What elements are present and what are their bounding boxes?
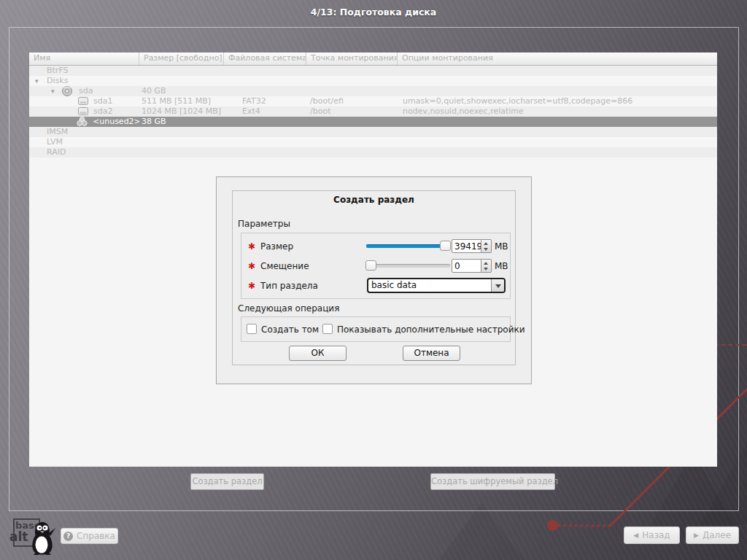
row-label: sda2 xyxy=(29,106,112,117)
column-header-mountoptions: Опции монтирования xyxy=(398,52,717,65)
offset-slider-handle[interactable] xyxy=(365,260,376,271)
next-operation-section-label: Следующая операция xyxy=(238,303,339,314)
required-asterisk: ✱ xyxy=(248,261,255,271)
size-slider-handle[interactable] xyxy=(440,241,451,251)
params-groupbox: ✱ Размер MB ✱ Смещение xyxy=(241,233,511,299)
partition-type-value: basic data xyxy=(371,280,417,290)
decor-red-dotted-line xyxy=(557,524,611,527)
expander-icon[interactable]: ▾ xyxy=(51,86,55,96)
next-operation-groupbox: Создать том Показывать дополнительные на… xyxy=(241,316,511,342)
offset-input[interactable] xyxy=(452,259,481,273)
create-volume-label: Создать том xyxy=(261,324,319,335)
question-icon: ? xyxy=(63,532,73,541)
size-slider-track[interactable] xyxy=(366,244,450,248)
next-button[interactable]: ▶ Далее xyxy=(686,526,739,544)
forward-arrow-icon: ▶ xyxy=(694,532,699,539)
spin-up-icon[interactable] xyxy=(481,240,491,246)
help-button-label: Справка xyxy=(77,531,115,541)
table-row-raid[interactable]: RAID xyxy=(29,147,717,158)
show-advanced-label: Показывать дополнительные настройки xyxy=(337,324,525,335)
table-row-lvm[interactable]: LVM xyxy=(29,137,717,147)
back-button[interactable]: ◀ Назад xyxy=(624,526,680,544)
basealt-logo-text-bottom: alt xyxy=(9,529,28,544)
spin-down-icon[interactable] xyxy=(481,246,491,253)
dialog-title: Создать раздел xyxy=(233,195,515,205)
column-header-filesystem: Файловая система xyxy=(224,52,306,65)
row-label: RAID xyxy=(29,147,66,158)
create-encrypted-partition-button[interactable]: Создать шифруемый раздел xyxy=(430,473,555,490)
cancel-button[interactable]: Отмена xyxy=(403,346,460,361)
offset-slider-track[interactable] xyxy=(366,264,450,268)
dialog-inner-frame: Создать раздел Параметры ✱ Размер MB ✱ С… xyxy=(232,190,516,365)
offset-spinner[interactable] xyxy=(481,259,492,273)
table-row-unused-selected[interactable]: <unused2> 38 GB xyxy=(29,117,717,127)
back-button-label: Назад xyxy=(642,530,670,540)
column-header-name: Имя xyxy=(29,52,139,65)
disk-icon xyxy=(61,86,73,96)
column-header-size: Размер [свободно] xyxy=(139,52,224,65)
size-spinner[interactable] xyxy=(481,239,492,253)
create-partition-button[interactable]: Создать раздел xyxy=(190,473,264,490)
create-partition-dialog: Создать раздел Параметры ✱ Размер MB ✱ С… xyxy=(216,176,532,384)
expander-icon[interactable]: ▾ xyxy=(35,76,39,86)
table-row-btrfs[interactable]: BtrFS xyxy=(29,66,717,76)
offset-field-label: Смещение xyxy=(260,261,309,271)
page-title: 4/13: Подготовка диска xyxy=(0,0,747,26)
column-header-mountpoint: Точка монтирования xyxy=(306,52,398,65)
help-button[interactable]: ? Справка xyxy=(61,528,118,544)
size-unit-label: MB xyxy=(495,241,508,252)
offset-unit-label: MB xyxy=(495,261,508,271)
penguin-logo-icon xyxy=(26,521,58,559)
row-label: IMSM xyxy=(29,127,68,137)
create-volume-checkbox[interactable] xyxy=(247,324,257,334)
next-button-label: Далее xyxy=(703,530,731,540)
table-row-imsm[interactable]: IMSM xyxy=(29,127,717,137)
offset-slider[interactable] xyxy=(366,260,450,272)
chevron-down-icon[interactable] xyxy=(491,279,504,292)
partition-icon xyxy=(77,96,89,106)
back-arrow-icon: ◀ xyxy=(633,532,638,539)
partition-type-dropdown[interactable]: basic data xyxy=(367,278,506,293)
table-row-sda1[interactable]: sda1 511 MB [511 MB] FAT32 /boot/efi uma… xyxy=(29,96,717,106)
table-row-sda2[interactable]: sda2 1024 MB [1024 MB] Ext4 /boot nodev,… xyxy=(29,106,717,117)
show-advanced-checkbox[interactable] xyxy=(322,324,333,334)
decor-red-dot xyxy=(547,520,558,531)
free-space-icon xyxy=(76,117,88,127)
installer-window: 4/13: Подготовка диска Имя Размер [свобо… xyxy=(0,0,747,560)
background-triangle xyxy=(438,503,525,560)
size-field-label: Размер xyxy=(260,241,293,252)
size-slider[interactable] xyxy=(366,240,450,252)
spin-down-icon[interactable] xyxy=(481,266,491,273)
size-input[interactable] xyxy=(452,239,481,253)
type-field-label: Тип раздела xyxy=(260,281,318,291)
table-row-disks[interactable]: ▾ Disks xyxy=(29,76,717,86)
table-header: Имя Размер [свободно] Файловая система Т… xyxy=(29,52,717,66)
ok-button[interactable]: ОК xyxy=(289,346,347,361)
row-label: LVM xyxy=(29,137,63,147)
row-label: BtrFS xyxy=(29,66,69,76)
required-asterisk: ✱ xyxy=(248,281,255,291)
partition-icon xyxy=(77,106,89,117)
table-row-sda[interactable]: ▾ sda 40 GB xyxy=(29,86,717,96)
params-section-label: Параметры xyxy=(238,219,290,229)
required-asterisk: ✱ xyxy=(248,241,255,252)
row-label: sda1 xyxy=(29,96,112,106)
spin-up-icon[interactable] xyxy=(481,260,491,266)
